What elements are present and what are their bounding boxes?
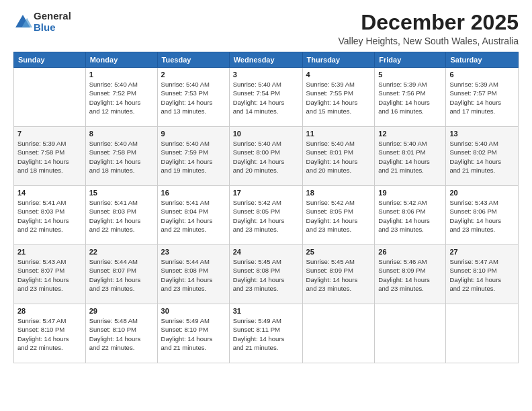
calendar-cell: 12Sunrise: 5:40 AMSunset: 8:01 PMDayligh… <box>375 127 446 186</box>
week-row-3: 14Sunrise: 5:41 AMSunset: 8:03 PMDayligh… <box>14 186 519 245</box>
day-info: Sunrise: 5:49 AMSunset: 8:10 PMDaylight:… <box>161 316 226 352</box>
calendar-cell: 7Sunrise: 5:39 AMSunset: 7:58 PMDaylight… <box>14 127 86 186</box>
week-row-1: 1Sunrise: 5:40 AMSunset: 7:52 PMDaylight… <box>14 68 519 127</box>
month-title: December 2025 <box>339 11 519 34</box>
calendar-cell: 16Sunrise: 5:41 AMSunset: 8:04 PMDayligh… <box>157 186 229 245</box>
calendar-cell: 5Sunrise: 5:39 AMSunset: 7:56 PMDaylight… <box>375 68 446 127</box>
day-number: 2 <box>161 71 226 79</box>
col-wednesday: Wednesday <box>229 52 302 68</box>
calendar-cell: 24Sunrise: 5:45 AMSunset: 8:08 PMDayligh… <box>229 245 302 304</box>
day-number: 27 <box>449 248 515 256</box>
day-info: Sunrise: 5:39 AMSunset: 7:56 PMDaylight:… <box>378 80 442 116</box>
col-monday: Monday <box>85 52 157 68</box>
day-info: Sunrise: 5:40 AMSunset: 7:58 PMDaylight:… <box>89 139 154 175</box>
day-info: Sunrise: 5:43 AMSunset: 8:06 PMDaylight:… <box>449 198 515 234</box>
day-info: Sunrise: 5:40 AMSunset: 8:00 PMDaylight:… <box>233 139 299 175</box>
title-block: December 2025 Valley Heights, New South … <box>339 11 519 46</box>
day-info: Sunrise: 5:41 AMSunset: 8:04 PMDaylight:… <box>161 198 226 234</box>
day-number: 26 <box>378 248 442 256</box>
day-number: 11 <box>306 130 371 138</box>
day-number: 12 <box>378 130 442 138</box>
col-friday: Friday <box>375 52 446 68</box>
day-info: Sunrise: 5:44 AMSunset: 8:07 PMDaylight:… <box>89 257 154 293</box>
day-info: Sunrise: 5:39 AMSunset: 7:57 PMDaylight:… <box>449 80 515 116</box>
day-info: Sunrise: 5:40 AMSunset: 7:53 PMDaylight:… <box>161 80 226 116</box>
calendar-cell: 30Sunrise: 5:49 AMSunset: 8:10 PMDayligh… <box>157 304 229 363</box>
calendar-cell: 17Sunrise: 5:42 AMSunset: 8:05 PMDayligh… <box>229 186 302 245</box>
day-number: 9 <box>161 130 226 138</box>
day-number: 19 <box>378 189 442 197</box>
day-info: Sunrise: 5:42 AMSunset: 8:06 PMDaylight:… <box>378 198 442 234</box>
col-saturday: Saturday <box>446 52 519 68</box>
calendar-cell: 9Sunrise: 5:40 AMSunset: 7:59 PMDaylight… <box>157 127 229 186</box>
calendar-cell: 10Sunrise: 5:40 AMSunset: 8:00 PMDayligh… <box>229 127 302 186</box>
calendar-cell: 13Sunrise: 5:40 AMSunset: 8:02 PMDayligh… <box>446 127 519 186</box>
day-number: 16 <box>161 189 226 197</box>
calendar-cell: 19Sunrise: 5:42 AMSunset: 8:06 PMDayligh… <box>375 186 446 245</box>
day-number: 1 <box>89 71 154 79</box>
calendar-cell: 29Sunrise: 5:48 AMSunset: 8:10 PMDayligh… <box>85 304 157 363</box>
col-sunday: Sunday <box>14 52 86 68</box>
day-number: 23 <box>161 248 226 256</box>
calendar-cell: 3Sunrise: 5:40 AMSunset: 7:54 PMDaylight… <box>229 68 302 127</box>
calendar-cell <box>375 304 446 363</box>
day-info: Sunrise: 5:41 AMSunset: 8:03 PMDaylight:… <box>89 198 154 234</box>
day-number: 7 <box>17 130 82 138</box>
calendar-cell: 4Sunrise: 5:39 AMSunset: 7:55 PMDaylight… <box>302 68 375 127</box>
logo-icon <box>13 13 32 32</box>
day-info: Sunrise: 5:44 AMSunset: 8:08 PMDaylight:… <box>161 257 226 293</box>
day-info: Sunrise: 5:47 AMSunset: 8:10 PMDaylight:… <box>17 316 82 352</box>
day-info: Sunrise: 5:42 AMSunset: 8:05 PMDaylight:… <box>233 198 299 234</box>
day-info: Sunrise: 5:42 AMSunset: 8:05 PMDaylight:… <box>306 198 371 234</box>
calendar-cell: 15Sunrise: 5:41 AMSunset: 8:03 PMDayligh… <box>85 186 157 245</box>
calendar-cell: 1Sunrise: 5:40 AMSunset: 7:52 PMDaylight… <box>85 68 157 127</box>
week-row-4: 21Sunrise: 5:43 AMSunset: 8:07 PMDayligh… <box>14 245 519 304</box>
day-number: 14 <box>17 189 82 197</box>
calendar-cell: 27Sunrise: 5:47 AMSunset: 8:10 PMDayligh… <box>446 245 519 304</box>
day-info: Sunrise: 5:45 AMSunset: 8:09 PMDaylight:… <box>306 257 371 293</box>
day-number: 20 <box>449 189 515 197</box>
col-tuesday: Tuesday <box>157 52 229 68</box>
day-number: 29 <box>89 307 154 315</box>
calendar-cell: 18Sunrise: 5:42 AMSunset: 8:05 PMDayligh… <box>302 186 375 245</box>
day-info: Sunrise: 5:40 AMSunset: 7:59 PMDaylight:… <box>161 139 226 175</box>
day-number: 15 <box>89 189 154 197</box>
calendar-cell <box>14 68 86 127</box>
calendar-cell: 21Sunrise: 5:43 AMSunset: 8:07 PMDayligh… <box>14 245 86 304</box>
header: General Blue December 2025 Valley Height… <box>13 11 519 46</box>
week-row-2: 7Sunrise: 5:39 AMSunset: 7:58 PMDaylight… <box>14 127 519 186</box>
day-number: 4 <box>306 71 371 79</box>
calendar-cell: 6Sunrise: 5:39 AMSunset: 7:57 PMDaylight… <box>446 68 519 127</box>
day-info: Sunrise: 5:40 AMSunset: 8:01 PMDaylight:… <box>306 139 371 175</box>
day-number: 13 <box>449 130 515 138</box>
day-info: Sunrise: 5:40 AMSunset: 7:54 PMDaylight:… <box>233 80 299 116</box>
day-number: 30 <box>161 307 226 315</box>
day-number: 28 <box>17 307 82 315</box>
calendar-cell: 28Sunrise: 5:47 AMSunset: 8:10 PMDayligh… <box>14 304 86 363</box>
calendar-cell: 22Sunrise: 5:44 AMSunset: 8:07 PMDayligh… <box>85 245 157 304</box>
header-row: Sunday Monday Tuesday Wednesday Thursday… <box>14 52 519 68</box>
day-number: 3 <box>233 71 299 79</box>
calendar-cell: 20Sunrise: 5:43 AMSunset: 8:06 PMDayligh… <box>446 186 519 245</box>
logo-general: General <box>34 11 71 22</box>
day-info: Sunrise: 5:45 AMSunset: 8:08 PMDaylight:… <box>233 257 299 293</box>
logo-text: General Blue <box>34 11 71 33</box>
week-row-5: 28Sunrise: 5:47 AMSunset: 8:10 PMDayligh… <box>14 304 519 363</box>
col-thursday: Thursday <box>302 52 375 68</box>
day-info: Sunrise: 5:40 AMSunset: 8:01 PMDaylight:… <box>378 139 442 175</box>
location-title: Valley Heights, New South Wales, Austral… <box>339 36 519 46</box>
day-info: Sunrise: 5:40 AMSunset: 8:02 PMDaylight:… <box>449 139 515 175</box>
day-number: 31 <box>233 307 299 315</box>
day-info: Sunrise: 5:41 AMSunset: 8:03 PMDaylight:… <box>17 198 82 234</box>
day-info: Sunrise: 5:46 AMSunset: 8:09 PMDaylight:… <box>378 257 442 293</box>
calendar-cell: 8Sunrise: 5:40 AMSunset: 7:58 PMDaylight… <box>85 127 157 186</box>
day-number: 22 <box>89 248 154 256</box>
day-number: 10 <box>233 130 299 138</box>
day-info: Sunrise: 5:43 AMSunset: 8:07 PMDaylight:… <box>17 257 82 293</box>
day-number: 17 <box>233 189 299 197</box>
calendar-cell: 11Sunrise: 5:40 AMSunset: 8:01 PMDayligh… <box>302 127 375 186</box>
calendar-table: Sunday Monday Tuesday Wednesday Thursday… <box>13 52 519 363</box>
day-number: 25 <box>306 248 371 256</box>
calendar-cell: 23Sunrise: 5:44 AMSunset: 8:08 PMDayligh… <box>157 245 229 304</box>
day-info: Sunrise: 5:47 AMSunset: 8:10 PMDaylight:… <box>449 257 515 293</box>
